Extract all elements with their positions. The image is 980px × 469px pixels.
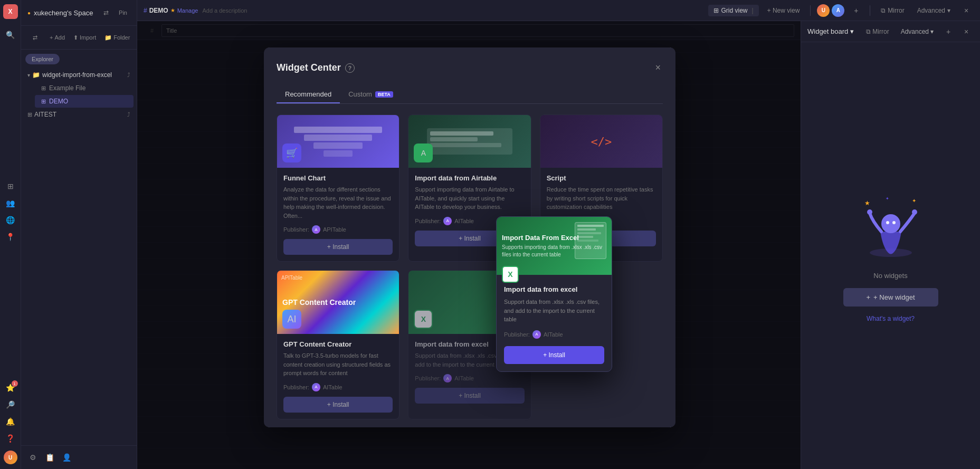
add-btn[interactable]: + Add xyxy=(46,30,68,45)
gpt-install-btn[interactable]: + Install xyxy=(283,397,393,413)
sidebar-expand-icon[interactable]: ⇄ xyxy=(27,30,42,45)
demo-breadcrumb: DEMO xyxy=(149,7,168,14)
nav-star-icon[interactable]: ⭐ 1 xyxy=(3,380,18,395)
script-thumb: </> xyxy=(540,115,662,168)
nav-avatar-icon[interactable]: U xyxy=(3,450,18,465)
svg-point-1 xyxy=(881,214,900,233)
nav-demo[interactable]: ⊞ DEMO xyxy=(35,95,134,108)
whats-widget-link[interactable]: What's a widget? xyxy=(867,315,915,322)
close-widget-center-btn[interactable]: × xyxy=(653,60,663,75)
search-icon-sidebar[interactable]: 🔍 xyxy=(3,27,18,42)
nav-globe-icon[interactable]: 🌐 xyxy=(3,213,18,227)
nav-help-icon[interactable]: ❓ xyxy=(3,431,18,446)
mirror-btn[interactable]: ⧉ Mirror xyxy=(877,5,908,16)
excel-popup-install-btn[interactable]: + Install xyxy=(504,346,604,364)
space-dot-icon: ● xyxy=(27,10,31,16)
nav-aitest[interactable]: ⊞ AITEST ⤴ xyxy=(21,108,137,121)
panel-actions: ⧉ Mirror Advanced ▾ + × xyxy=(862,24,974,39)
divider-line xyxy=(810,5,811,16)
script-desc: Reduce the time spent on repetitive task… xyxy=(547,185,656,212)
sidebar-pin-btn[interactable]: Pin xyxy=(116,8,130,17)
nav-location-icon[interactable]: 📍 xyxy=(3,229,18,244)
widget-center-header: Widget Center ? × xyxy=(277,60,663,75)
excel-popup-icon: X xyxy=(502,266,519,283)
plus-panel-btn[interactable]: + xyxy=(941,24,956,39)
excel-popup-publisher: Publisher: A AITable xyxy=(504,330,604,339)
aitable-avatar-1: A xyxy=(443,217,452,225)
folder-btn[interactable]: 📁 Folder xyxy=(101,30,133,45)
nav-folder-item[interactable]: ▾ 📁 widget-import-from-excel ⤴ xyxy=(21,69,137,81)
top-bar: # DEMO ★ Manage Add a description ⊞ Grid… xyxy=(137,0,980,21)
sidebar-nav: Explorer ▾ 📁 widget-import-from-excel ⤴ … xyxy=(21,50,137,445)
nav-example-file[interactable]: ⊞ Example File xyxy=(35,82,134,94)
widget-card-funnel[interactable]: 🛒 Funnel Chart Analyze the data for diff… xyxy=(277,114,399,262)
excel-popup-title: Import Data From Excel xyxy=(502,234,606,242)
sidebar-user-icon[interactable]: 👤 xyxy=(59,450,74,465)
share-icon[interactable]: ⤴ xyxy=(127,72,130,78)
code-icon: </> xyxy=(591,135,612,148)
grid-icon-aitest: ⊞ xyxy=(27,111,32,118)
nav-search2-icon[interactable]: 🔎 xyxy=(3,397,18,412)
share-icon-aitest[interactable]: ⤴ xyxy=(127,111,130,118)
publisher-label-popup: Publisher: xyxy=(504,331,530,338)
top-bar-right: ⊞ Grid view | + New view U A + ⧉ Mirror … xyxy=(708,3,974,18)
sidebar-actions: ⇄ + Add ⬆ Import 📁 Folder xyxy=(21,26,137,50)
explorer-tab[interactable]: Explorer xyxy=(25,54,60,64)
aitest-label: AITEST xyxy=(34,111,125,118)
svg-point-5 xyxy=(892,221,896,224)
close-panel-icon-btn[interactable]: × xyxy=(959,24,974,39)
nav-home-icon[interactable]: ⊞ xyxy=(3,179,18,194)
gpt-icon: AI xyxy=(282,310,301,329)
widget-card-gpt[interactable]: APITable GPT Content Creator AI GPT Cont… xyxy=(277,270,399,419)
excel-publisher: Publisher: A AITable xyxy=(415,374,524,382)
gpt-publisher-overlay: APITable xyxy=(281,275,302,281)
aitable-avatar-popup: A xyxy=(532,330,541,339)
airtable-desc: Support importing data from Airtable to … xyxy=(415,185,524,212)
nav-users-icon[interactable]: 👥 xyxy=(3,196,18,210)
folder-label: widget-import-from-excel xyxy=(42,71,125,79)
advanced-btn[interactable]: Advanced ▾ xyxy=(913,5,955,16)
tab-recommended[interactable]: Recommended xyxy=(277,86,340,103)
close-panel-btn[interactable]: × xyxy=(959,3,974,18)
gpt-body: GPT Content Creator Talk to GPT-3.5-turb… xyxy=(277,334,399,419)
sidebar-settings-icon[interactable]: ⚙ xyxy=(25,450,40,465)
plus-icon: + xyxy=(50,34,53,41)
svg-point-3 xyxy=(912,209,917,215)
chevron-down-icon: ▾ xyxy=(947,7,950,14)
chevron-right-icon: ▾ xyxy=(27,72,30,78)
plus-user-btn[interactable]: + xyxy=(849,3,863,18)
nav-bell-icon[interactable]: 🔔 xyxy=(3,414,18,429)
funnel-install-btn[interactable]: + Install xyxy=(283,239,393,255)
airtable-name: Import data from Airtable xyxy=(415,174,524,182)
airtable-icon: A xyxy=(414,143,433,162)
grid-icon-demo: ⊞ xyxy=(41,98,46,105)
user-avatar-1[interactable]: U xyxy=(817,4,830,17)
grid-view-btn[interactable]: ⊞ Grid view | xyxy=(708,5,758,16)
sidebar-template-icon[interactable]: 📋 xyxy=(42,450,57,465)
mirror-icon: ⧉ xyxy=(881,7,886,14)
script-name: Script xyxy=(547,174,656,182)
airtable-thumb: A xyxy=(408,115,530,168)
funnel-name: Funnel Chart xyxy=(283,174,393,182)
help-icon[interactable]: ? xyxy=(345,63,355,73)
gpt-title-overlay: GPT Content Creator xyxy=(282,298,356,307)
sidebar-collapse-btn[interactable]: ⇄ xyxy=(99,5,113,20)
star-icon: ★ xyxy=(170,7,175,13)
new-view-btn[interactable]: + New view xyxy=(763,5,804,16)
advanced-panel-btn[interactable]: Advanced ▾ xyxy=(897,26,938,37)
excel-install-btn-card[interactable]: + Install xyxy=(415,388,524,404)
import-btn[interactable]: ⬆ Import xyxy=(70,30,99,45)
excel-popup-subtitle: Supports importing data from .xlsx .xls … xyxy=(502,244,606,259)
gpt-name: GPT Content Creator xyxy=(283,340,393,348)
sidebar-bottom: ⚙ 📋 👤 xyxy=(21,445,137,469)
user-avatar-2[interactable]: A xyxy=(832,4,844,17)
widget-center-tabs: Recommended Custom BETA xyxy=(277,86,663,104)
new-widget-btn[interactable]: + + New widget xyxy=(843,288,938,307)
tab-custom[interactable]: Custom BETA xyxy=(340,86,402,103)
left-icon-sidebar: X 🔍 ⊞ 👥 🌐 📍 ⭐ 1 🔎 🔔 ❓ U xyxy=(0,0,21,469)
right-panel: Widget board ▾ ⧉ Mirror Advanced ▾ + × xyxy=(801,21,980,469)
mirror-panel-btn[interactable]: ⧉ Mirror xyxy=(862,26,893,37)
brand-icon[interactable]: X xyxy=(3,4,18,19)
widget-board-title-btn[interactable]: Widget board ▾ xyxy=(807,27,854,35)
manage-link[interactable]: Manage xyxy=(177,7,198,14)
